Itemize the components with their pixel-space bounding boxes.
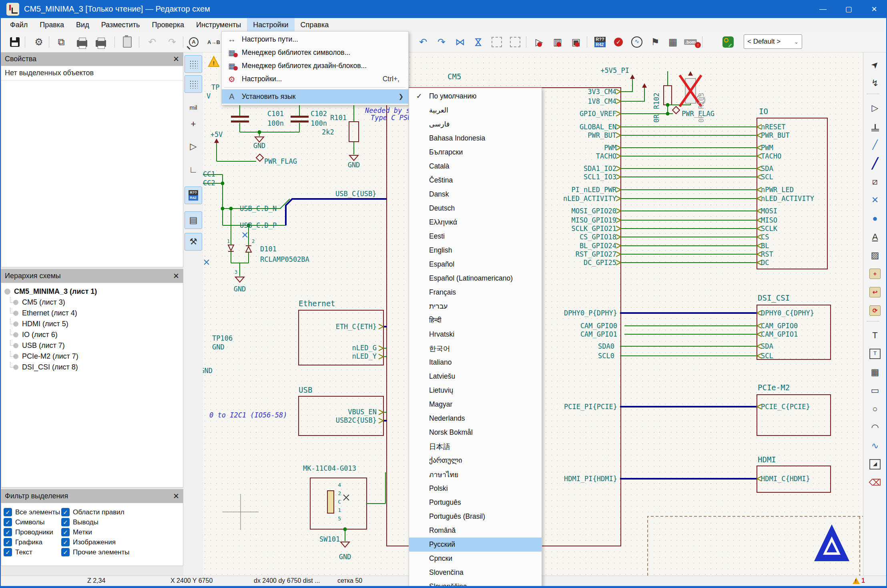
filter-option[interactable]: ✓Области правил bbox=[61, 508, 124, 516]
checkbox-checked[interactable]: ✓ bbox=[61, 508, 70, 516]
warning-triangle-icon[interactable] bbox=[853, 578, 860, 584]
crosshair-style-button[interactable]: + bbox=[185, 115, 202, 133]
filter-option[interactable]: ✓Все элементы bbox=[4, 508, 59, 516]
netclass-dropdown[interactable]: < Default > ⌄ bbox=[744, 34, 802, 49]
pcb-editor-button[interactable] bbox=[720, 34, 736, 50]
checkbox-checked[interactable]: ✓ bbox=[61, 548, 70, 556]
sheet-item-6[interactable]: PCIe-M2 (лист 7) bbox=[1, 351, 183, 362]
language-item-12[interactable]: English bbox=[409, 243, 542, 257]
language-item-18[interactable]: Hrvatski bbox=[409, 327, 542, 341]
menu-item-preferences[interactable]: ⚙Настройки...Ctrl+, bbox=[222, 72, 408, 86]
grid-visibility-button[interactable] bbox=[185, 55, 202, 73]
export-bom-button[interactable]: .bom bbox=[683, 34, 698, 50]
find-replace-button[interactable]: A→B bbox=[206, 34, 221, 50]
filter-option[interactable]: ✓Проводники bbox=[4, 528, 59, 536]
redo-button[interactable]: ↷ bbox=[165, 34, 180, 50]
language-item-35[interactable]: Slovenčina bbox=[409, 566, 542, 580]
symbol-fields-table-button[interactable]: ▦ bbox=[665, 34, 680, 50]
delete-button[interactable]: ⌫ bbox=[866, 474, 884, 492]
close-icon[interactable]: ✕ bbox=[173, 492, 179, 501]
menu-item-5[interactable]: Проверка bbox=[146, 18, 190, 32]
menu-item-1[interactable]: Файл bbox=[4, 18, 34, 32]
sheet-item-1[interactable]: CM5 (лист 3) bbox=[1, 297, 183, 308]
language-item-16[interactable]: עברית bbox=[409, 299, 542, 313]
page-settings-button[interactable]: ⧉ bbox=[54, 34, 69, 50]
table-button[interactable]: ▦ bbox=[866, 363, 884, 381]
language-item-33[interactable]: Русский bbox=[409, 538, 542, 552]
grid-style-button[interactable] bbox=[185, 75, 202, 93]
filter-option[interactable]: ✓Метки bbox=[61, 528, 92, 536]
net-label-button[interactable]: A bbox=[866, 228, 884, 246]
checkbox-checked[interactable]: ✓ bbox=[61, 538, 70, 546]
language-item-4[interactable]: Bahasa Indonesia bbox=[409, 131, 542, 145]
language-item-13[interactable]: Español bbox=[409, 257, 542, 271]
place-symbol-button[interactable]: ▷ bbox=[866, 99, 884, 117]
group-button[interactable] bbox=[489, 34, 504, 50]
language-item-22[interactable]: Lietuvių bbox=[409, 383, 542, 397]
language-item-28[interactable]: ภาษาไทย bbox=[409, 468, 542, 482]
menu-item-design-block-libraries[interactable]: ▦Менеджер библиотек дизайн-блоков... bbox=[222, 59, 408, 72]
schematic-setup-button[interactable]: ⚙ bbox=[31, 34, 46, 50]
image-button[interactable]: ◢ bbox=[866, 456, 884, 473]
filter-option[interactable]: ✓Графика bbox=[4, 538, 59, 546]
annotate-button[interactable]: R??R42 bbox=[592, 34, 608, 50]
ungroup-button[interactable] bbox=[508, 34, 523, 50]
show-datasheet-button[interactable]: ▤ bbox=[185, 211, 202, 229]
language-item-9[interactable]: Deutsch bbox=[409, 201, 542, 215]
language-item-15[interactable]: Français bbox=[409, 285, 542, 299]
language-item-17[interactable]: हिन्दी bbox=[409, 313, 542, 327]
highlight-net-button[interactable]: ↯ bbox=[866, 74, 884, 92]
language-item-30[interactable]: Português bbox=[409, 496, 542, 510]
rule-area-button[interactable]: ▨ bbox=[866, 247, 884, 264]
checkbox-checked[interactable]: ✓ bbox=[4, 548, 12, 556]
annotation-refs-button[interactable]: R??R42 bbox=[185, 187, 202, 204]
symbol-library-browser-button[interactable]: ▥ bbox=[550, 34, 565, 50]
checkbox-checked[interactable]: ✓ bbox=[4, 528, 12, 536]
language-item-3[interactable]: فارسی bbox=[409, 117, 542, 131]
language-item-7[interactable]: Čeština bbox=[409, 173, 542, 187]
sheet-item-7[interactable]: DSI_CSI (лист 8) bbox=[1, 362, 183, 373]
place-power-button[interactable] bbox=[866, 118, 884, 135]
footprint-editor-button[interactable]: ▣ bbox=[568, 34, 584, 50]
close-icon[interactable]: ✕ bbox=[173, 54, 179, 64]
sheet-item-3[interactable]: HDMI (лист 5) bbox=[1, 319, 183, 329]
menu-item-2[interactable]: Правка bbox=[34, 18, 70, 32]
filter-option[interactable]: ✓Выводы bbox=[61, 518, 98, 526]
save-button[interactable] bbox=[7, 34, 22, 50]
language-item-11[interactable]: Eesti bbox=[409, 229, 542, 243]
language-item-27[interactable]: ქართული bbox=[409, 454, 542, 468]
undo-button[interactable]: ↶ bbox=[144, 34, 160, 50]
mirror-vertical-button[interactable]: ⋈ bbox=[471, 34, 486, 50]
language-item-10[interactable]: Ελληνικά bbox=[409, 215, 542, 229]
language-item-20[interactable]: Italiano bbox=[409, 355, 542, 369]
close-button[interactable]: ✕ bbox=[861, 0, 887, 18]
menu-item-4[interactable]: Разместить bbox=[95, 18, 146, 32]
close-icon[interactable]: ✕ bbox=[173, 271, 179, 281]
language-item-23[interactable]: Magyar bbox=[409, 397, 542, 411]
rotate-cw-button[interactable]: ↷ bbox=[434, 34, 449, 50]
sheet-item-4[interactable]: IO (лист 6) bbox=[1, 329, 183, 340]
checkbox-checked[interactable]: ✓ bbox=[4, 538, 12, 546]
sheet-item-5[interactable]: USB (лист 7) bbox=[1, 340, 183, 351]
properties-tool-button[interactable]: ⚒ bbox=[185, 233, 202, 251]
language-item-25[interactable]: Norsk Bokmål bbox=[409, 425, 542, 439]
filter-option[interactable]: ✓Прочие элементы bbox=[61, 548, 130, 556]
no-connect-button[interactable]: ✕ bbox=[866, 191, 884, 209]
rotate-ccw-button[interactable]: ↶ bbox=[415, 34, 431, 50]
sheet-root[interactable]: CM5_MINIMA_3 (лист 1) bbox=[1, 286, 183, 297]
language-item-1[interactable]: ✓По умолчанию bbox=[409, 89, 542, 103]
draw-wire-button[interactable]: ╱ bbox=[866, 136, 884, 154]
paste-button[interactable] bbox=[120, 34, 135, 50]
language-item-26[interactable]: 日本語 bbox=[409, 439, 542, 454]
checkbox-checked[interactable]: ✓ bbox=[61, 528, 70, 536]
assign-footprints-button[interactable]: ⚑ bbox=[648, 34, 663, 50]
language-item-29[interactable]: Polski bbox=[409, 482, 542, 496]
language-item-19[interactable]: 한국어 bbox=[409, 341, 542, 355]
find-button[interactable]: A bbox=[186, 34, 201, 50]
mirror-horizontal-button[interactable]: ⋈ bbox=[452, 34, 468, 50]
hierarchical-sheet-button[interactable]: + bbox=[866, 265, 884, 283]
menu-item-symbol-libraries[interactable]: ▦Менеджер библиотек символов... bbox=[222, 46, 408, 59]
maximize-button[interactable]: ▢ bbox=[836, 0, 861, 18]
language-item-32[interactable]: Română bbox=[409, 524, 542, 538]
sheet-item-2[interactable]: Ethernet (лист 4) bbox=[1, 308, 183, 319]
